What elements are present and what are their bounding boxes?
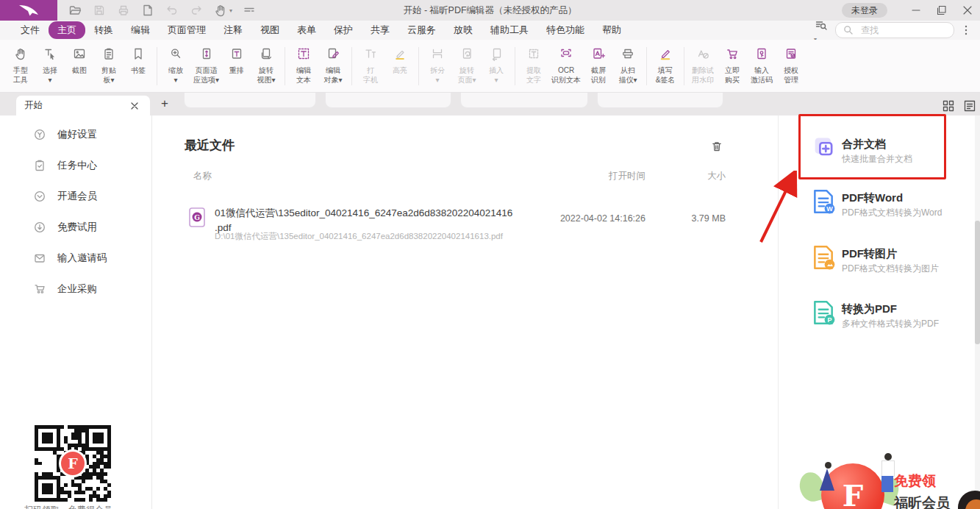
sidebar-item-free-trial[interactable]: 免费试用 [32,220,97,235]
search-icon [841,23,856,38]
sidebar-item-invite-code[interactable]: 输入邀请码 [32,251,107,266]
file-open-time: 2022-04-02 14:16:26 [560,213,645,224]
hand-icon [13,45,28,63]
typewriter-icon [363,45,378,63]
panel-divider [778,115,779,509]
file-name-line1: 01微信代运营\135editor_04021416_6247ea2d6d838… [215,207,512,218]
sidebar-item-label: 企业采购 [57,282,97,296]
quick-card-partial [325,93,451,108]
search-input[interactable] [859,24,948,36]
tab-close-icon[interactable] [127,99,142,113]
ribbon-reflow[interactable]: 重排 [222,45,251,88]
open-file-icon[interactable] [68,3,82,18]
ribbon-select[interactable]: 选择 ▾ [35,45,65,88]
ribbon-divider [351,47,352,85]
scrollbar-thumb[interactable] [975,221,980,344]
promo-line1[interactable]: 免费领 [894,471,936,491]
sidebar-item-label: 开通会员 [57,190,97,203]
ribbon-bookmark[interactable]: 书签 [124,45,153,88]
ribbon-screen-ocr[interactable]: 截屏 识别 [584,45,613,88]
qr-code: F [35,425,111,502]
ribbon-zoom[interactable]: 缩放 ▾ [161,45,190,88]
task-center-icon [32,158,47,173]
sidebar-item-task-center[interactable]: 任务中心 [32,158,97,173]
menu-file[interactable]: 文件 [12,21,49,39]
select-cursor-icon [43,45,57,63]
recent-files-title: 最近文件 [185,137,235,154]
column-name[interactable]: 名称 [193,170,212,182]
free-trial-icon [32,220,47,235]
ribbon-highlight: 高亮 [385,45,415,88]
action-title: PDF转图片 [842,247,897,261]
sidebar-item-label: 免费试用 [57,221,97,234]
ribbon-rotate-view[interactable]: 旋转 视图▾ [251,45,281,88]
menubar: 文件 主页 转换 编辑 页面管理 注释 视图 表单 保护 共享 云服务 放映 辅… [0,21,980,40]
redo-icon [189,3,204,18]
menu-convert[interactable]: 转换 [85,21,122,39]
menu-features[interactable]: 特色功能 [537,21,593,39]
svg-text:P: P [827,316,831,324]
new-tab-button[interactable]: + [157,95,173,113]
ribbon-clipboard[interactable]: 剪贴 板▾ [94,45,124,88]
highlight-icon [393,45,407,63]
action-convert-to-pdf[interactable]: P 转换为PDF 多种文件格式转换为PDF [809,299,967,336]
ribbon-ocr[interactable]: OCR 识别文本 [548,45,584,88]
menu-cloud[interactable]: 云服务 [398,21,445,39]
ribbon-activation-code[interactable]: 输入 激活码 [747,45,776,88]
ribbon-license-manage[interactable]: 授权 管理 [776,45,806,88]
new-document-icon[interactable] [140,3,155,18]
ribbon-fit-options[interactable]: 页面适 应选项▾ [190,45,222,88]
key-icon [754,45,769,63]
menu-view[interactable]: 视图 [251,21,288,39]
snapshot-icon [72,45,87,63]
ribbon-snapshot[interactable]: 截图 [65,45,94,88]
action-title: 合并文档 [842,138,886,152]
remove-watermark-icon [695,45,710,63]
menu-comment[interactable]: 注释 [215,21,251,39]
pdf-to-word-icon: W [811,188,836,215]
column-size[interactable]: 大小 [707,170,726,182]
login-button[interactable]: 未登录 [842,3,887,18]
view-toggle-icons [941,99,977,113]
ribbon-buy-now[interactable]: 立即 购买 [718,45,747,88]
ribbon-divider [515,47,515,85]
sidebar-item-label: 偏好设置 [57,128,97,141]
fill-sign-icon [658,45,673,63]
clear-recent-trash-icon[interactable] [709,139,724,154]
zoom-plus-icon [168,45,183,63]
ribbon-rotate-pages: 旋转 页面▾ [452,45,482,88]
menu-help[interactable]: 帮助 [593,21,630,39]
column-open-time[interactable]: 打开时间 [609,170,645,182]
action-subtitle: PDF格式文档转换为图片 [842,263,939,275]
ribbon-fill-sign[interactable]: 填写 &签名 [651,45,680,88]
ocr-icon [559,45,573,63]
enterprise-cart-icon [32,282,47,296]
menu-protect[interactable]: 保护 [325,21,362,39]
menu-edit[interactable]: 编辑 [122,21,159,39]
search-box[interactable] [835,22,954,38]
tab-start[interactable]: 开始 [16,96,150,115]
menu-share[interactable]: 共享 [362,21,398,39]
menu-form[interactable]: 表单 [288,21,325,39]
ribbon-edit-text[interactable]: 编辑 文本 [289,45,318,88]
mascot-avatar[interactable] [958,491,980,509]
menu-present[interactable]: 放映 [445,21,482,39]
ribbon-edit-object[interactable]: 编辑 对象▾ [318,45,348,88]
promo-line2[interactable]: 福昕会员 [894,494,950,509]
svg-text:W: W [826,205,833,213]
sidebar-item-membership[interactable]: 开通会员 [32,189,97,204]
sidebar-item-preferences[interactable]: 偏好设置 [32,127,97,142]
ribbon-hand-tool[interactable]: 手型 工具 [6,45,35,88]
sidebar-item-enterprise[interactable]: 企业采购 [32,282,97,296]
action-pdf-to-word[interactable]: W PDF转Word PDF格式文档转换为Word [809,188,967,225]
action-pdf-to-image[interactable]: PDF转图片 PDF格式文档转换为图片 [809,244,967,281]
menu-page-management[interactable]: 页面管理 [159,21,215,39]
mascot-face [965,499,980,509]
action-merge-documents[interactable]: 合并文档 快速批量合并文档 [809,135,967,171]
overflow-menu-icon[interactable] [961,24,971,37]
ribbon-from-scanner[interactable]: 从扫 描仪▾ [613,45,643,88]
menu-accessibility[interactable]: 辅助工具 [482,21,537,39]
menu-home[interactable]: 主页 [49,21,85,39]
list-view-icon[interactable] [962,99,977,113]
grid-view-icon[interactable] [941,99,956,113]
